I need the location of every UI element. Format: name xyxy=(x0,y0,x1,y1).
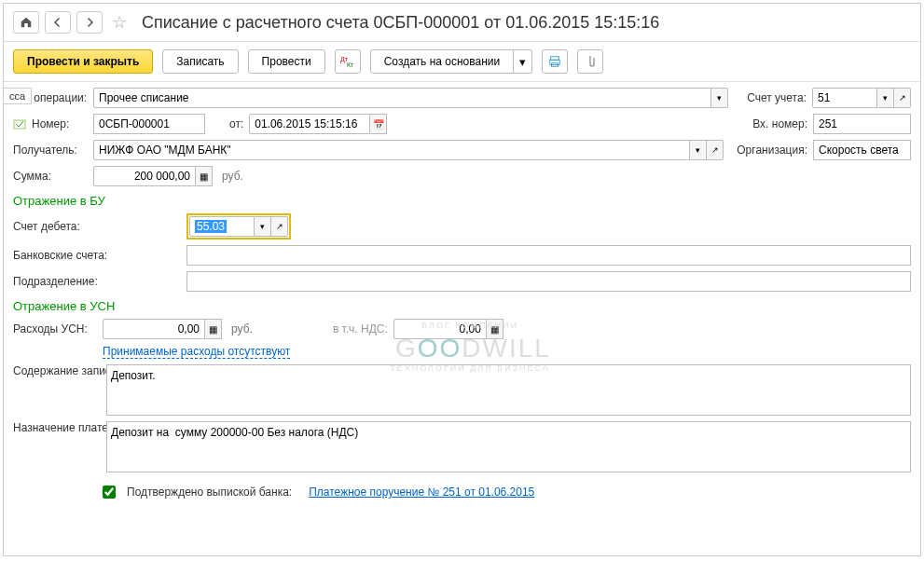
debit-account-label: Счет дебета: xyxy=(13,220,181,233)
posted-icon xyxy=(13,117,26,130)
svg-rect-2 xyxy=(551,57,559,61)
confirmed-label: Подтверждено выпиской банка: xyxy=(127,486,292,499)
organization-label: Организация: xyxy=(737,144,807,157)
account-input[interactable] xyxy=(812,88,877,108)
bank-accounts-label: Банковские счета: xyxy=(13,249,181,262)
create-based-caret[interactable]: ▾ xyxy=(514,49,532,74)
subdivision-input[interactable] xyxy=(186,271,911,292)
section-bu-title: Отражение в БУ xyxy=(13,194,911,208)
expenses-note-link[interactable]: Принимаемые расходы отсутствуют xyxy=(103,345,290,359)
subdivision-label: Подразделение: xyxy=(13,275,181,288)
payment-order-link[interactable]: Платежное поручение № 251 от 01.06.2015 xyxy=(309,486,534,499)
debit-account-input[interactable]: 55.03 xyxy=(189,216,255,237)
amount-calc[interactable]: ▦ xyxy=(196,166,213,186)
confirmed-checkbox[interactable] xyxy=(103,486,116,499)
star-icon[interactable]: ☆ xyxy=(108,11,131,34)
purpose-textarea[interactable]: Депозит на сумму 200000-00 Без налога (Н… xyxy=(106,421,911,472)
forward-button[interactable] xyxy=(76,11,103,34)
svg-text:Кт: Кт xyxy=(347,62,354,68)
account-open[interactable]: ↗ xyxy=(894,88,911,108)
debit-account-dropdown[interactable]: ▾ xyxy=(255,216,271,237)
kudir-textarea[interactable]: Депозит. xyxy=(106,364,911,416)
attach-button[interactable] xyxy=(577,49,603,74)
vat-input[interactable] xyxy=(393,319,487,339)
recipient-dropdown[interactable]: ▾ xyxy=(690,140,707,160)
date-calendar[interactable]: 📅 xyxy=(370,114,387,134)
kudir-label: Содержание записи КУДиР: xyxy=(13,364,97,377)
section-usn-title: Отражение в УСН xyxy=(13,299,911,313)
amount-label: Сумма: xyxy=(13,170,88,183)
home-button[interactable] xyxy=(13,11,39,34)
recipient-open[interactable]: ↗ xyxy=(707,140,724,160)
in-number-input[interactable] xyxy=(813,114,911,134)
usn-expenses-label: Расходы УСН: xyxy=(13,322,97,335)
in-number-label: Вх. номер: xyxy=(752,117,807,130)
recipient-label: Получатель: xyxy=(13,144,88,157)
organization-input[interactable] xyxy=(813,140,911,160)
toolbar: Провести и закрыть Записать Провести ДтК… xyxy=(4,42,920,82)
debit-account-field: 55.03 ▾ ↗ xyxy=(186,213,291,239)
create-based-button[interactable]: Создать на основании xyxy=(370,49,515,74)
usn-rub-label: руб. xyxy=(231,322,253,335)
number-input[interactable] xyxy=(93,114,205,134)
create-based-split: Создать на основании ▾ xyxy=(370,49,533,74)
recipient-input[interactable] xyxy=(93,140,690,160)
account-label: Счет учета: xyxy=(747,91,807,104)
page-title: Списание с расчетного счета 0СБП-000001 … xyxy=(142,13,659,33)
post-button[interactable]: Провести xyxy=(248,49,325,74)
number-label: Номер: xyxy=(32,117,88,130)
from-label: от: xyxy=(229,117,243,130)
print-button[interactable] xyxy=(542,49,568,74)
date-input[interactable] xyxy=(249,114,370,134)
incl-vat-label: в т.ч. НДС: xyxy=(333,322,388,335)
cca-tab[interactable]: сса xyxy=(3,88,32,104)
save-button[interactable]: Записать xyxy=(162,49,238,74)
bank-accounts-input[interactable] xyxy=(186,245,911,266)
op-type-input[interactable] xyxy=(93,88,711,108)
vat-calc[interactable]: ▦ xyxy=(487,319,503,339)
debit-account-open[interactable]: ↗ xyxy=(271,216,288,237)
navbar: ☆ Списание с расчетного счета 0СБП-00000… xyxy=(4,4,920,42)
op-type-dropdown[interactable]: ▾ xyxy=(711,88,728,108)
dt-kt-button[interactable]: ДтКт xyxy=(335,49,361,74)
purpose-label: Назначение платежа: xyxy=(13,421,97,434)
usn-expenses-input[interactable] xyxy=(103,319,205,339)
usn-calc[interactable]: ▦ xyxy=(205,319,222,339)
post-close-button[interactable]: Провести и закрыть xyxy=(13,49,153,74)
amount-input[interactable] xyxy=(93,166,196,186)
rub-label: руб. xyxy=(222,170,243,183)
account-dropdown[interactable]: ▾ xyxy=(877,88,894,108)
back-button[interactable] xyxy=(45,11,71,34)
